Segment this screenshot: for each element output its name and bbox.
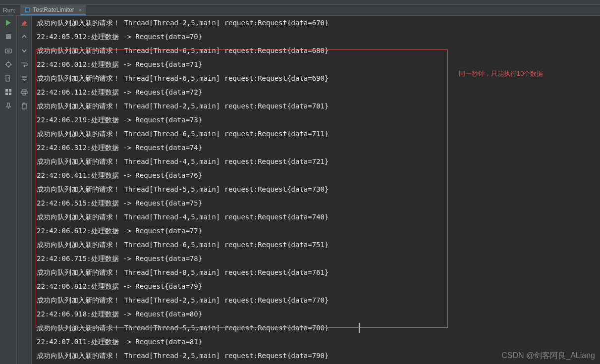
console-line: 成功向队列加入新的请求！ Thread[Thread-2,5,main] req… — [37, 99, 600, 113]
layout-icon[interactable] — [4, 88, 12, 96]
tab-label: TestRateLimiter — [33, 6, 74, 13]
svg-marker-2 — [6, 20, 11, 26]
console-line: 22:42:06.612:处理数据 -> Request{data=77} — [37, 224, 600, 238]
delete-icon[interactable] — [20, 102, 28, 110]
console-line: 22:42:06.411:处理数据 -> Request{data=76} — [37, 168, 600, 182]
run-tab-bar: Run: TestRateLimiter × — [0, 5, 600, 16]
stop-button[interactable] — [4, 33, 12, 41]
console-lines[interactable]: 成功向队列加入新的请求！ Thread[Thread-2,5,main] req… — [32, 16, 600, 364]
console-line: 成功向队列加入新的请求！ Thread[Thread-2,5,main] req… — [37, 293, 600, 307]
svg-rect-14 — [5, 93, 8, 95]
svg-rect-4 — [5, 49, 11, 53]
run-panel-label: Run: — [3, 7, 15, 14]
console-line: 22:42:07.011:处理数据 -> Request{data=81} — [37, 335, 600, 349]
svg-rect-3 — [6, 34, 11, 39]
console-line: 22:42:06.715:处理数据 -> Request{data=78} — [37, 252, 600, 265]
debug-settings-icon[interactable] — [4, 60, 12, 68]
window-top-edge — [0, 0, 600, 5]
svg-marker-16 — [22, 21, 27, 25]
run-action-gutter-left — [0, 16, 17, 364]
console-line: 成功向队列加入新的请求！ Thread[Thread-5,5,main] req… — [37, 182, 600, 196]
svg-rect-15 — [9, 93, 11, 95]
svg-rect-11 — [6, 75, 9, 81]
svg-point-6 — [6, 62, 10, 66]
caret-line-highlight — [359, 323, 360, 333]
console-line: 22:42:06.312:处理数据 -> Request{data=74} — [37, 141, 600, 155]
console-line: 22:42:06.812:处理数据 -> Request{data=79} — [37, 279, 600, 293]
console-line: 成功向队列加入新的请求！ Thread[Thread-6,5,main] req… — [37, 238, 600, 252]
scroll-to-end-icon[interactable] — [20, 74, 28, 82]
pin-icon[interactable] — [4, 102, 12, 110]
console-output[interactable]: 成功向队列加入新的请求！ Thread[Thread-2,5,main] req… — [32, 16, 600, 364]
console-line: 22:42:06.219:处理数据 -> Request{data=73} — [37, 113, 600, 127]
camera-icon[interactable] — [4, 47, 12, 54]
tab-test-rate-limiter[interactable]: TestRateLimiter × — [20, 5, 86, 15]
console-line: 成功向队列加入新的请求！ Thread[Thread-4,5,main] req… — [37, 155, 600, 168]
console-line: 成功向队列加入新的请求！ Thread[Thread-5,5,main] req… — [37, 321, 600, 335]
console-line: 成功向队列加入新的请求！ Thread[Thread-8,5,main] req… — [37, 265, 600, 279]
console-line: 成功向队列加入新的请求！ Thread[Thread-4,5,main] req… — [37, 210, 600, 224]
console-line: 22:42:05.912:处理数据 -> Request{data=70} — [37, 30, 600, 44]
console-line: 22:42:06.112:处理数据 -> Request{data=72} — [37, 85, 600, 99]
svg-rect-24 — [22, 104, 26, 109]
scroll-down-icon[interactable] — [20, 47, 28, 54]
print-icon[interactable] — [20, 88, 28, 96]
close-icon[interactable]: × — [79, 7, 82, 13]
svg-rect-13 — [9, 89, 11, 92]
annotation-text: 同一秒钟，只能执行10个数据 — [459, 69, 543, 78]
console-line: 成功向队列加入新的请求！ Thread[Thread-2,5,main] req… — [37, 16, 600, 30]
clear-all-icon[interactable] — [20, 19, 28, 27]
svg-point-5 — [7, 50, 9, 52]
console-line: 成功向队列加入新的请求！ Thread[Thread-6,5,main] req… — [37, 44, 600, 57]
scroll-up-icon[interactable] — [20, 33, 28, 41]
csdn-watermark: CSDN @剑客阿良_ALiang — [501, 351, 595, 361]
rerun-button[interactable] — [4, 19, 12, 27]
toggle-soft-wrap-icon[interactable] — [20, 60, 28, 68]
java-application-icon — [24, 7, 30, 13]
console-line: 22:42:06.515:处理数据 -> Request{data=75} — [37, 196, 600, 210]
console-line: 22:42:06.918:处理数据 -> Request{data=80} — [37, 307, 600, 321]
svg-rect-1 — [26, 8, 29, 11]
exit-icon[interactable] — [4, 74, 12, 82]
run-tool-window-body: 成功向队列加入新的请求！ Thread[Thread-2,5,main] req… — [0, 16, 600, 364]
run-action-gutter-right — [17, 16, 32, 364]
console-line: 成功向队列加入新的请求！ Thread[Thread-6,5,main] req… — [37, 127, 600, 141]
svg-rect-12 — [5, 89, 8, 92]
